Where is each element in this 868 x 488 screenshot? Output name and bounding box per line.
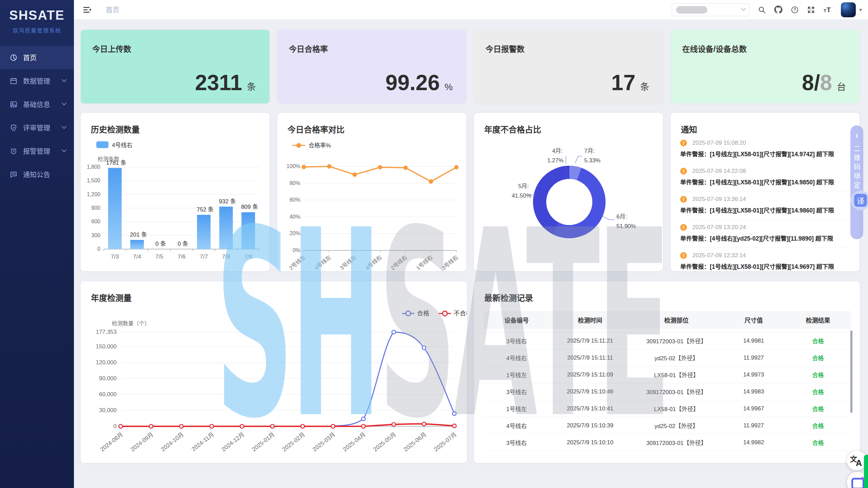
table-header-cell: 设备编号 (484, 316, 550, 324)
help-icon[interactable]: ? (791, 6, 799, 14)
app-root: SHSATE 双鸿质量管理系统 首页数据管理基础信息评审管理报警管理通知公告 首… (0, 0, 868, 488)
svg-text:7月:: 7月: (584, 148, 595, 154)
table-cell: 合格 (785, 370, 851, 379)
avatar[interactable] (841, 2, 856, 17)
extension-green-bar[interactable] (864, 455, 868, 488)
notification-time: 2025-07-09 13:20:24 (692, 224, 746, 231)
stat-card-1: 今日上传数2311条 (81, 30, 270, 103)
translate-button[interactable]: 译 (851, 190, 868, 210)
table-row-2[interactable]: 4号线右2025/7/9 15:11:11yd25-02【外径】11.9927合… (484, 349, 851, 366)
notification-message: 单件警报：[1号线左][LX58-01][尺寸报警][14.9860] 超下限 (680, 206, 850, 214)
stat-unit: 条 (247, 80, 256, 93)
svg-text:120,000: 120,000 (96, 359, 117, 366)
sidebar-item-1[interactable]: 首页 (0, 46, 74, 69)
svg-text:4号线右: 4号线右 (112, 142, 132, 148)
svg-text:60,000: 60,000 (99, 391, 117, 398)
table-row-1[interactable]: 3号线右2025/7/9 15:11:21309172003-01【外径】14.… (484, 332, 851, 349)
table-row-4[interactable]: 3号线右2025/7/9 15:10:46309172003-01【外径】14.… (484, 383, 851, 400)
notification-item-2[interactable]: !2025-07-09 14:22:08单件警报：[1号线左][LX58-01]… (680, 163, 850, 191)
notification-list: !2025-07-09 15:08:20单件警报：[1号线左][LX58-01]… (671, 135, 860, 276)
sidebar-item-label: 通知公告 (23, 169, 50, 179)
github-icon[interactable] (774, 5, 783, 14)
stat-card-value: 8/8台 (802, 70, 846, 95)
table-scrolled-row-sliver (484, 329, 851, 332)
qr-binding-tab[interactable]: ‹ 二维码绑定 (850, 125, 863, 239)
table-cell: 2025/7/9 15:11:21 (550, 338, 630, 344)
notification-message: 单件警报：[4号线右][yd25-02][尺寸报警][11.9890] 超下限 (680, 234, 850, 242)
stat-unit: 条 (640, 80, 649, 93)
sidebar-item-4[interactable]: 评审管理 (0, 116, 74, 139)
today-pass-rate-chart: 合格率%0%20%40%60%80%100%2号线左4号线左3号线左4号线右2号… (277, 113, 466, 271)
notification-time: 2025-07-09 15:08:20 (692, 140, 746, 146)
history-count-card: 历史检测数量 4号线右检测条数03006009001,2001,5001,800… (81, 113, 270, 271)
translate-glyph-a: A (856, 458, 862, 468)
stat-card-4: 在线设备/设备总数8/8台 (671, 30, 860, 103)
notification-item-1[interactable]: !2025-07-09 15:08:20单件警报：[1号线左][LX58-01]… (680, 135, 850, 163)
sidebar-item-3[interactable]: 基础信息 (0, 93, 74, 116)
warning-icon: ! (680, 196, 687, 203)
search-icon[interactable] (758, 6, 766, 14)
table-cell: 2025/7/9 15:10:46 (550, 388, 630, 395)
sidebar-item-6[interactable]: 通知公告 (0, 163, 74, 186)
notification-item-3[interactable]: !2025-07-09 13:36:14单件警报：[1号线左][LX58-01]… (680, 191, 850, 220)
stat-value-primary: 8 (802, 70, 814, 95)
table-row-3[interactable]: 1号线左2025/7/9 15:11:09LX58-01【外径】14.9973合… (484, 366, 851, 383)
latest-records-card: 最新检测记录 设备编号检测时间检测部位尺寸值检测结果3号线右2025/7/9 1… (474, 281, 860, 463)
table-cell: 2025/7/9 15:10:10 (550, 439, 630, 446)
sidebar-item-label: 报警管理 (23, 146, 50, 156)
table-cell: 14.9973 (723, 371, 785, 378)
table-scrollbar[interactable] (850, 330, 852, 413)
svg-text:177,353: 177,353 (96, 329, 117, 335)
notification-item-4[interactable]: !2025-07-09 13:20:24单件警报：[4号线右][yd25-02]… (680, 220, 850, 248)
table-cell: 合格 (785, 337, 851, 345)
sidebar-item-5[interactable]: 报警管理 (0, 139, 74, 163)
svg-text:80%: 80% (290, 180, 300, 186)
svg-text:7/4: 7/4 (133, 253, 141, 260)
svg-text:3号线左: 3号线左 (339, 254, 357, 271)
table-row-7[interactable]: 3号线右2025/7/9 15:10:10309172003-01【外径】14.… (484, 434, 851, 451)
today-pass-rate-card: 今日合格率对比 合格率%0%20%40%60%80%100%2号线左4号线左3号… (277, 113, 466, 271)
table-row-5[interactable]: 1号线左2025/7/9 15:10:41LX58-01【外径】14.9967合… (484, 400, 851, 417)
header-select[interactable] (672, 3, 750, 16)
notification-message: 单件警报：[1号线左][LX58-01][尺寸报警][14.9697] 超下限 (680, 262, 850, 270)
svg-text:1,800: 1,800 (87, 164, 100, 170)
fullscreen-icon[interactable] (807, 6, 815, 14)
font-size-icon[interactable]: TT (823, 6, 833, 14)
table-row-6[interactable]: 4号线右2025/7/9 15:10:39yd25-02【外径】11.9927合… (484, 417, 851, 434)
notifications-card: 通知 !2025-07-09 15:08:20单件警报：[1号线左][LX58-… (671, 113, 860, 271)
table-cell: 14.9981 (723, 338, 785, 344)
stat-value-separator: / (814, 70, 820, 95)
sidebar-item-2[interactable]: 数据管理 (0, 69, 74, 93)
shield-check-icon (9, 124, 18, 132)
latest-records-table: 设备编号检测时间检测部位尺寸值检测结果3号线右2025/7/9 15:11:21… (484, 311, 851, 451)
svg-text:4号线左: 4号线左 (313, 254, 332, 271)
table-cell: 14.9967 (723, 405, 785, 412)
svg-text:2025-01月: 2025-01月 (251, 431, 276, 453)
notification-item-5[interactable]: !2025-07-09 12:32:14单件警报：[1号线左][LX58-01]… (680, 248, 850, 276)
svg-text:0%: 0% (293, 247, 300, 253)
sidebar-collapse-icon[interactable] (83, 6, 92, 14)
chevron-down-icon (741, 8, 746, 11)
warning-icon: ! (680, 224, 687, 231)
stat-card-title: 今日上传数 (81, 30, 270, 54)
logo-subtitle: 双鸿质量管理系统 (0, 26, 74, 34)
svg-text:合格: 合格 (417, 310, 429, 317)
stat-card-title: 在线设备/设备总数 (671, 30, 860, 54)
svg-text:2号线左: 2号线左 (288, 254, 307, 271)
svg-text:1781 条: 1781 条 (106, 160, 126, 166)
svg-text:1.27%: 1.27% (547, 157, 564, 164)
table-cell: 2025/7/9 15:10:39 (550, 422, 630, 429)
svg-text:4月:: 4月: (552, 148, 563, 154)
stat-unit: % (445, 82, 453, 93)
avatar-caret-icon[interactable]: ▾ (859, 7, 862, 13)
svg-text:1号线右: 1号线右 (415, 254, 434, 271)
sidebar-item-label: 基础信息 (23, 99, 50, 109)
table-cell: 合格 (785, 404, 851, 413)
table-cell: 合格 (785, 387, 851, 396)
svg-text:6月:: 6月: (616, 214, 627, 220)
breadcrumb[interactable]: 首页 (106, 5, 119, 15)
svg-text:7/3: 7/3 (111, 253, 119, 260)
svg-text:1,500: 1,500 (87, 178, 100, 183)
sidebar-item-label: 评审管理 (23, 123, 50, 133)
svg-text:2025-07月: 2025-07月 (433, 431, 458, 453)
